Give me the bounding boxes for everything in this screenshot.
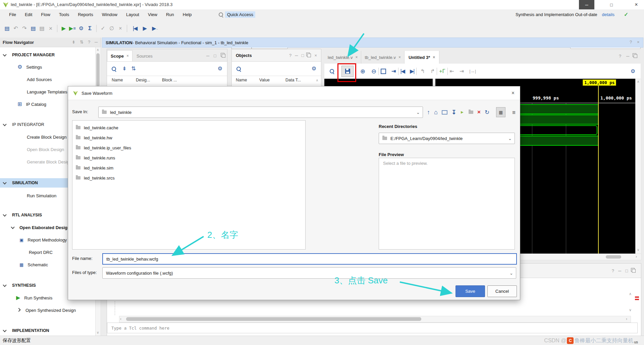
float-panel-icon[interactable] — [632, 269, 636, 273]
desktop-icon[interactable] — [442, 110, 447, 115]
section-simulation[interactable]: SIMULATION — [3, 179, 38, 187]
redo-icon[interactable]: ↷ — [20, 24, 29, 33]
scroll-down-icon[interactable]: ∨ — [97, 331, 99, 334]
minimize-panel-icon[interactable]: ─ — [626, 54, 629, 59]
folder-list[interactable]: led_twinkle.cache led_twinkle.hw led_twi… — [72, 120, 306, 250]
menu-reports[interactable]: Reports — [73, 9, 98, 19]
list-view-toggle[interactable]: ≣ — [509, 108, 518, 117]
menu-window[interactable]: Window — [98, 9, 122, 19]
open-project-icon[interactable]: ▤ — [3, 24, 11, 33]
close-icon[interactable]: × — [314, 53, 317, 58]
menu-layout[interactable]: Layout — [122, 9, 144, 19]
gear-icon[interactable]: ⚙ — [631, 69, 635, 74]
scroll-up-icon[interactable]: ∧ — [316, 78, 318, 82]
wave-vscrollbar[interactable]: ∧ ∨ — [635, 79, 641, 254]
item-create-block-design[interactable]: Create Block Design — [27, 133, 67, 141]
section-project-manager[interactable]: PROJECT MANAGER — [3, 51, 55, 59]
tab-led-twinkle[interactable]: led_twinkle.v× — [324, 51, 361, 64]
menu-view[interactable]: View — [144, 9, 162, 19]
cancel-button[interactable]: Cancel — [487, 285, 517, 297]
item-report-methodology[interactable]: ▣Report Methodology — [19, 236, 67, 244]
cursor-time-flag[interactable]: 1,000,000 ps — [583, 79, 616, 86]
item-ip-catalog[interactable]: ⊞IP Catalog — [17, 100, 46, 108]
scroll-down-icon[interactable]: ∨ — [637, 248, 639, 252]
help-icon[interactable]: ? — [630, 40, 632, 45]
col-name[interactable]: Name — [112, 78, 136, 82]
cross-icon[interactable]: × — [116, 24, 125, 33]
section-implementation[interactable]: IMPLEMENTATION — [3, 327, 49, 335]
scroll-down-icon[interactable]: ∨ — [629, 308, 632, 312]
play-icon[interactable]: ▶ — [141, 24, 149, 33]
item-settings[interactable]: ⚙Settings — [17, 63, 42, 71]
move-down-icon[interactable]: ↱ — [430, 69, 435, 74]
search-icon[interactable] — [330, 69, 334, 73]
menu-tools[interactable]: Tools — [55, 9, 73, 19]
error-marker[interactable] — [635, 299, 639, 300]
menu-flow[interactable]: Flow — [37, 9, 54, 19]
undo-icon[interactable]: ↶ — [11, 24, 20, 33]
refresh-icon[interactable]: ↻ — [485, 110, 489, 115]
downloads-icon[interactable]: ↧ — [451, 110, 456, 115]
swap-cursor-icon[interactable]: |↔| — [469, 69, 476, 73]
expand-icon[interactable]: ⇅ — [80, 40, 84, 45]
minimize-panel-icon[interactable]: ─ — [95, 40, 98, 45]
minimize-panel-icon[interactable]: ─ — [618, 268, 621, 273]
status-check-icon[interactable]: ✓ — [624, 11, 628, 18]
item-schematic[interactable]: ▦Schematic — [19, 261, 48, 269]
tab-untitled-3[interactable]: Untitled 3*× — [405, 51, 439, 64]
zoom-out-icon[interactable]: ⊖ — [371, 68, 376, 74]
next-transition-icon[interactable]: ⇥ — [460, 69, 464, 74]
float-panel-icon[interactable] — [222, 54, 225, 58]
close-icon[interactable]: × — [355, 55, 358, 60]
details-link[interactable]: details — [602, 12, 615, 17]
menu-help[interactable]: Help — [178, 9, 196, 19]
section-rtl-analysis[interactable]: RTL ANALYSIS — [3, 211, 42, 219]
up-one-level-icon[interactable]: ↑ — [427, 109, 430, 115]
col-data-type[interactable]: Data T... — [285, 78, 301, 82]
item-open-synthesized-design[interactable]: Open Synthesized Design — [17, 306, 76, 314]
item-open-elaborated-design[interactable]: Open Elaborated Design — [11, 223, 70, 231]
files-of-type-select[interactable]: Waveform configuration file (.wcfg) ⌄ — [102, 267, 516, 279]
sigma-icon[interactable]: Σ — [86, 24, 94, 33]
scrollbar-thumb[interactable] — [126, 317, 421, 321]
wave-cursor-line[interactable] — [598, 85, 599, 254]
scroll-up-icon[interactable]: ∧ — [629, 292, 632, 296]
item-report-drc[interactable]: Report DRC — [29, 248, 53, 256]
menu-run[interactable]: Run — [162, 9, 178, 19]
menu-edit[interactable]: Edit — [20, 9, 37, 19]
list-item[interactable]: led_twinkle.hw — [72, 133, 305, 143]
gear-icon[interactable]: ⚙ — [218, 66, 222, 71]
item-language-templates[interactable]: Language Templates — [27, 88, 67, 96]
home-icon[interactable]: ⌂ — [434, 109, 438, 115]
recent-directories-select[interactable]: E:/FPGA_Learn/Day0904/led_twinkle ⌄ — [379, 133, 515, 144]
close-icon[interactable]: × — [433, 55, 435, 60]
col-name[interactable]: Name — [236, 78, 259, 82]
new-folder-icon[interactable] — [469, 111, 473, 114]
list-item[interactable]: led_twinkle.sim — [72, 163, 305, 173]
scroll-left-icon[interactable]: ‹ — [120, 317, 121, 321]
section-ip-integrator[interactable]: IP INTEGRATOR — [3, 121, 44, 129]
list-item[interactable]: led_twinkle.cache — [72, 123, 305, 133]
minimize-panel-icon[interactable]: ─ — [206, 53, 209, 58]
float-panel-icon[interactable] — [634, 54, 637, 58]
help-icon[interactable]: ? — [88, 40, 90, 45]
list-item[interactable]: led_twinkle.ip_user_files — [72, 143, 305, 153]
col-value[interactable]: Value — [259, 78, 285, 82]
go-to-time-icon[interactable]: ⇥ — [391, 69, 396, 74]
close-button[interactable]: × — [629, 0, 644, 9]
help-icon[interactable]: ? — [289, 53, 291, 58]
maximize-panel-icon[interactable]: □ — [214, 53, 216, 58]
add-marker-icon[interactable]: +Γ — [439, 69, 445, 74]
quick-access[interactable]: Quick Access — [219, 11, 255, 18]
delete-icon[interactable]: × — [477, 109, 481, 116]
scrollbar-thumb[interactable] — [96, 53, 100, 87]
col-block[interactable]: Block ... — [162, 78, 177, 82]
list-item[interactable]: led_twinkle.srcs — [72, 173, 305, 183]
menu-file[interactable]: File — [5, 9, 20, 19]
grid-view-toggle[interactable]: ▦ — [496, 107, 505, 117]
maximize-panel-icon[interactable]: □ — [302, 53, 304, 58]
item-run-synthesis[interactable]: ▶Run Synthesis — [16, 294, 52, 302]
run-simulation-icon[interactable]: ▶≣ — [68, 24, 77, 33]
col-design[interactable]: Desig... — [136, 78, 162, 82]
console-hscrollbar[interactable]: ‹ › — [119, 316, 631, 323]
